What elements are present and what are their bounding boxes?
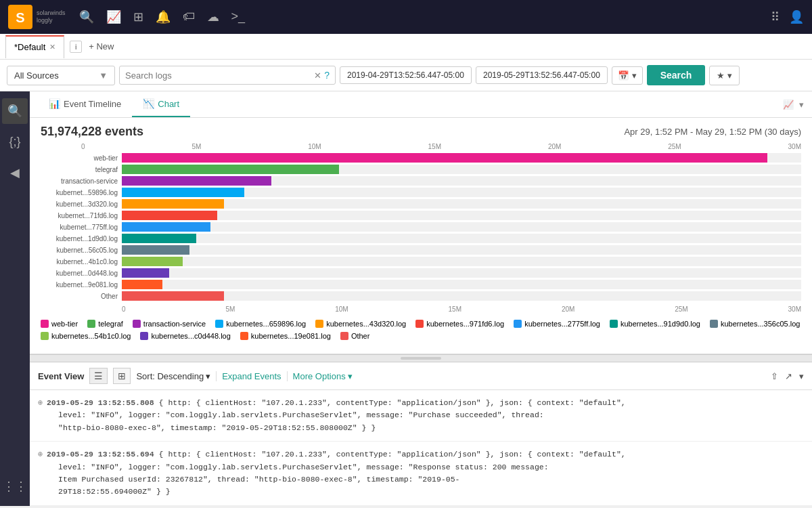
legend-label: kubernetes...19e081.log [251, 332, 331, 340]
date-from-input[interactable] [340, 66, 472, 84]
tab-default[interactable]: *Default ✕ [5, 35, 64, 58]
tab-chart-label: Chart [158, 99, 179, 109]
legend-color-swatch [315, 320, 323, 328]
sidebar-json-icon[interactable]: {;} [3, 129, 26, 154]
sidebar-search-icon[interactable]: 🔍 [2, 98, 28, 124]
more-options-btn[interactable]: More Options ▾ [287, 371, 353, 381]
search-nav-icon[interactable]: 🔍 [79, 9, 94, 24]
search-input[interactable] [125, 70, 314, 81]
legend-color-swatch [87, 320, 95, 328]
legend-color-swatch [514, 320, 522, 328]
grid-view-btn[interactable]: ⊞ [113, 368, 131, 384]
bar-container [122, 291, 801, 301]
chart-icon: 📉 [143, 98, 154, 109]
tab-chart[interactable]: 📉 Chart [132, 91, 190, 117]
bar-container [122, 280, 801, 289]
bar-container [122, 188, 801, 197]
bar-label: Other [41, 293, 122, 300]
event-count: 51,974,228 events [41, 125, 143, 139]
log-body-continuation: Item Purchased userId: 23267812", thread… [38, 473, 804, 486]
brand-logo: S [8, 5, 32, 29]
brand-sub: loggly [37, 17, 66, 24]
tab-info-btn[interactable]: i [70, 41, 82, 53]
search-bar: All Sources ▼ ✕ ? 📅 ▾ Search ★ ▾ [0, 60, 812, 91]
bar-container [122, 176, 801, 186]
legend-label: kubernetes...356c05.log [721, 320, 800, 328]
export-icon[interactable]: ↗ [785, 371, 792, 381]
sidebar-resize-icon[interactable]: ⋮⋮ [0, 473, 32, 499]
bar-fill [122, 268, 169, 278]
sidebar-back-icon[interactable]: ◀ [5, 160, 25, 186]
favorite-btn[interactable]: ★ ▾ [709, 66, 740, 85]
chart-nav-icon[interactable]: 📈 [106, 9, 121, 24]
sort-dropdown[interactable]: Sort: Descending ▾ [136, 371, 210, 381]
search-input-wrap: ✕ ? [119, 66, 336, 85]
grid-nav-icon[interactable]: ⊞ [133, 9, 143, 24]
tab-new-btn[interactable]: + New [82, 37, 120, 56]
search-clear-icon[interactable]: ✕ [314, 70, 321, 81]
more-options-arrow-icon: ▾ [348, 371, 353, 381]
chart-header-right: 📈 ▾ [783, 100, 804, 110]
user-nav-icon[interactable]: 👤 [789, 9, 804, 24]
bar-fill [122, 188, 244, 197]
legend-item: kubernetes...2775ff.log [514, 320, 600, 328]
share-icon[interactable]: ⇧ [771, 371, 778, 381]
legend-item: kubernetes...971fd6.log [415, 320, 504, 328]
legend-label: Other [351, 332, 370, 340]
sources-dropdown[interactable]: All Sources ▼ [7, 66, 115, 85]
calendar-btn[interactable]: 📅 ▾ [612, 66, 643, 85]
bar-label: kubernet...71fd6.log [41, 212, 122, 219]
alert-nav-icon[interactable]: 🔔 [156, 9, 171, 24]
legend-color-swatch [140, 332, 148, 340]
list-view-btn[interactable]: ☰ [89, 368, 108, 384]
legend-color-swatch [610, 320, 618, 328]
bar-fill [122, 199, 224, 209]
tag-nav-icon[interactable]: 🏷 [183, 9, 195, 24]
bar-row: kubernet...56c05.log [41, 245, 801, 255]
chart-dropdown-icon[interactable]: ▾ [799, 100, 804, 110]
legend-item: kubernetes...356c05.log [710, 320, 800, 328]
search-help-icon[interactable]: ? [324, 70, 330, 81]
bar-label: kubernet...775ff.log [41, 224, 122, 231]
bar-row: kubernet...59896.log [41, 188, 801, 197]
legend-label: kubernetes...54b1c0.log [51, 332, 131, 340]
cloud-nav-icon[interactable]: ☁ [207, 9, 219, 24]
legend-color-swatch [41, 320, 49, 328]
drag-divider[interactable] [30, 354, 812, 362]
legend-color-swatch [415, 320, 424, 328]
chart-tabs: 📊 Event Timeline 📉 Chart 📈 ▾ [30, 91, 812, 118]
bar-container [122, 257, 801, 266]
legend-item: kubernetes...c0d448.log [140, 332, 230, 340]
legend-color-swatch [215, 320, 223, 328]
tab-event-timeline[interactable]: 📊 Event Timeline [38, 91, 132, 117]
tab-close-icon[interactable]: ✕ [49, 43, 55, 51]
legend-item: kubernetes...659896.log [215, 320, 306, 328]
log-timestamp: 2019-05-29 13:52:55.694 [47, 450, 154, 459]
nav-right: ⠿ 👤 [771, 9, 804, 24]
legend-label: kubernetes...971fd6.log [426, 320, 504, 328]
log-expand-icon[interactable]: ⊕ [38, 450, 43, 459]
bar-row: kubernet...775ff.log [41, 222, 801, 232]
left-sidebar: 🔍 {;} ◀ ⋮⋮ [0, 91, 30, 506]
apps-nav-icon[interactable]: ⠿ [771, 9, 780, 24]
bar-row: kubernet...3d320.log [41, 199, 801, 209]
bar-label: kubernet...56c05.log [41, 247, 122, 254]
expand-events-btn[interactable]: Expand Events [216, 371, 281, 381]
bar-row: kubernet...9e081.log [41, 280, 801, 289]
log-body-line1: { http: { clientHost: "107.20.1.233", co… [159, 450, 626, 459]
bar-label: telegraf [41, 166, 122, 173]
date-to-input[interactable] [476, 66, 608, 84]
log-expand-icon[interactable]: ⊕ [38, 398, 43, 407]
chart-info: 51,974,228 events Apr 29, 1:52 PM - May … [30, 118, 812, 143]
chart-options-icon[interactable]: 📈 [783, 100, 794, 110]
top-nav: S solarwinds loggly 🔍 📈 ⊞ 🔔 🏷 ☁ >_ ⠿ 👤 [0, 0, 812, 34]
event-options-icon[interactable]: ▾ [799, 371, 804, 381]
event-toolbar-right: ⇧ ↗ ▾ [771, 371, 804, 381]
tab-bar: *Default ✕ i + New [0, 34, 812, 60]
search-button[interactable]: Search [647, 65, 706, 85]
log-timestamp: 2019-05-29 13:52:55.808 [47, 398, 154, 407]
chart-bottom-axis: 0 5M 10M 15M 20M 25M 30M [41, 303, 801, 313]
bar-label: transaction-service [41, 177, 122, 185]
bar-fill [122, 153, 767, 163]
terminal-nav-icon[interactable]: >_ [231, 9, 246, 24]
